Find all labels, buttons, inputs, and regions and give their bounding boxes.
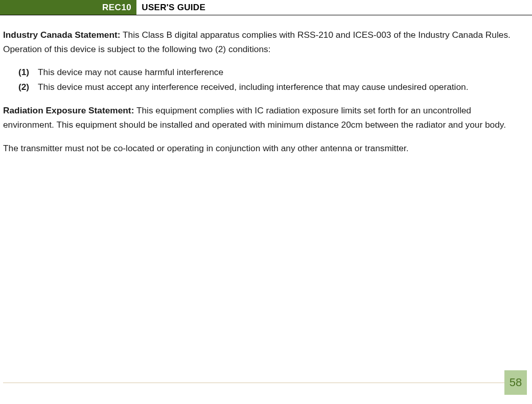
transmitter-paragraph: The transmitter must not be co-located o… bbox=[3, 141, 520, 155]
page-header: REC10 USER'S GUIDE bbox=[0, 0, 532, 15]
page-number: 58 bbox=[510, 376, 522, 389]
list-text: This device must accept any interference… bbox=[38, 80, 520, 94]
page-content: Industry Canada Statement: This Class B … bbox=[0, 28, 532, 155]
radiation-exposure-paragraph: Radiation Exposure Statement: This equip… bbox=[3, 103, 520, 132]
page-number-box: 58 bbox=[504, 370, 527, 395]
industry-canada-paragraph: Industry Canada Statement: This Class B … bbox=[3, 28, 520, 56]
list-marker: (1) bbox=[18, 65, 38, 79]
transmitter-text: The transmitter must not be co-located o… bbox=[3, 143, 408, 153]
list-item: (1) This device may not cause harmful in… bbox=[18, 65, 520, 79]
header-title: USER'S GUIDE bbox=[136, 0, 205, 15]
page-footer-rule bbox=[3, 383, 504, 383]
list-item: (2) This device must accept any interfer… bbox=[18, 80, 520, 94]
list-marker: (2) bbox=[18, 80, 38, 94]
conditions-list: (1) This device may not cause harmful in… bbox=[18, 65, 520, 94]
list-text: This device may not cause harmful interf… bbox=[38, 65, 520, 79]
header-badge: REC10 bbox=[0, 0, 136, 15]
radiation-exposure-label: Radiation Exposure Statement: bbox=[3, 105, 134, 115]
industry-canada-label: Industry Canada Statement: bbox=[3, 30, 121, 40]
